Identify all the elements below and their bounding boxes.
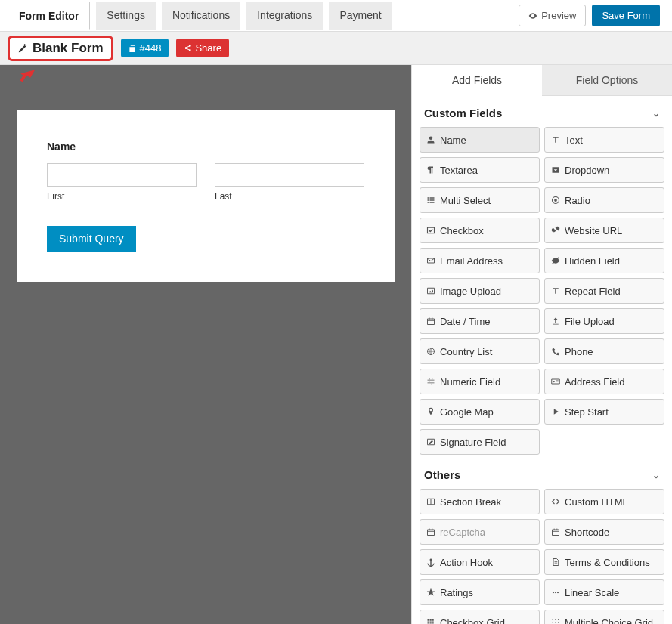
first-name-input[interactable]	[47, 163, 197, 187]
field-checkbox[interactable]: Checkbox	[420, 218, 540, 243]
field-options-tab[interactable]: Field Options	[542, 65, 672, 96]
code-icon	[551, 497, 560, 506]
tab-payment[interactable]: Payment	[329, 2, 392, 30]
right-panel: Add Fields Field Options Custom Fields⌄ …	[411, 65, 672, 624]
globe-icon	[426, 347, 435, 356]
field-address-field[interactable]: Address Field	[544, 369, 664, 394]
field-website-url[interactable]: Website URL	[544, 218, 664, 243]
pilcrow-icon	[426, 165, 435, 175]
main-area: Name First Last Submit Query Add Fields …	[0, 65, 672, 624]
svg-point-7	[553, 619, 554, 621]
field-hidden-field[interactable]: Hidden Field	[544, 248, 664, 273]
field-multiple-choice-grid[interactable]: Multiple Choice Grid	[544, 610, 664, 624]
right-panel-tabs: Add Fields Field Options	[412, 65, 672, 96]
form-id-badge[interactable]: #448	[121, 39, 169, 57]
last-name-sublabel: Last	[215, 191, 364, 202]
first-name-sublabel: First	[47, 191, 197, 202]
add-fields-tab[interactable]: Add Fields	[412, 65, 542, 96]
share-icon	[184, 44, 192, 52]
tab-settings[interactable]: Settings	[96, 2, 156, 30]
name-field-label: Name	[47, 141, 364, 153]
form-card: Name First Last Submit Query	[17, 110, 395, 282]
svg-point-4	[553, 592, 554, 593]
T-icon	[551, 135, 560, 144]
calendar-icon	[426, 527, 435, 536]
field-phone[interactable]: Phone	[544, 338, 664, 364]
others-fields-grid: Section BreakCustom HTMLreCaptchaShortco…	[412, 489, 672, 624]
svg-point-12	[558, 622, 559, 623]
field-terms-conditions[interactable]: Terms & Conditions	[544, 549, 664, 575]
preview-button[interactable]: Preview	[519, 5, 586, 26]
svg-point-11	[555, 622, 556, 623]
calendar-icon	[551, 527, 560, 536]
field-custom-html[interactable]: Custom HTML	[544, 489, 664, 514]
others-section-head[interactable]: Others⌄	[412, 458, 672, 489]
main-tabs: Form Editor Settings Notifications Integ…	[0, 2, 392, 30]
chevron-down-icon: ⌄	[652, 108, 660, 119]
eye-icon	[528, 11, 537, 20]
field-section-break[interactable]: Section Break	[420, 489, 540, 514]
field-step-start[interactable]: Step Start	[544, 399, 664, 425]
grid-m-icon	[551, 618, 560, 624]
svg-point-10	[553, 622, 554, 623]
svg-point-1	[554, 199, 557, 202]
list-icon	[426, 196, 435, 205]
topbar: Form Editor Settings Notifications Integ…	[0, 0, 672, 32]
field-ratings[interactable]: Ratings	[420, 579, 540, 605]
field-numeric-field[interactable]: Numeric Field	[420, 369, 540, 394]
doc-icon	[551, 558, 560, 567]
tab-integrations[interactable]: Integrations	[246, 2, 323, 30]
copy-icon	[129, 44, 137, 52]
field-multi-select[interactable]: Multi Select	[420, 187, 540, 213]
field-action-hook[interactable]: Action Hook	[420, 549, 540, 575]
save-form-button[interactable]: Save Form	[592, 5, 660, 26]
svg-point-9	[558, 619, 559, 621]
pen-square-icon	[426, 437, 435, 446]
custom-fields-grid: NameTextTextareaDropdownMulti SelectRadi…	[412, 127, 672, 458]
grid-icon	[426, 618, 435, 624]
play-icon	[551, 407, 560, 416]
eye-slash-icon	[551, 256, 560, 265]
field-email-address[interactable]: Email Address	[420, 248, 540, 273]
T-icon	[551, 286, 560, 295]
field-radio[interactable]: Radio	[544, 187, 664, 213]
star-icon	[426, 588, 435, 597]
field-repeat-field[interactable]: Repeat Field	[544, 278, 664, 304]
field-checkbox-grid[interactable]: Checkbox Grid	[420, 610, 540, 624]
field-shortcode[interactable]: Shortcode	[544, 519, 664, 545]
field-google-map[interactable]: Google Map	[420, 399, 540, 425]
last-name-input[interactable]	[215, 163, 364, 187]
hash-icon	[426, 377, 435, 386]
form-canvas[interactable]: Name First Last Submit Query	[0, 65, 411, 624]
phone-icon	[551, 347, 560, 356]
share-button[interactable]: Share	[176, 39, 229, 57]
field-country-list[interactable]: Country List	[420, 338, 540, 364]
field-recaptcha[interactable]: reCaptcha	[420, 519, 540, 545]
id-card-icon	[551, 377, 560, 386]
field-dropdown[interactable]: Dropdown	[544, 157, 664, 183]
image-up-icon	[426, 286, 435, 295]
chevron-down-icon: ⌄	[652, 470, 660, 480]
pin-icon	[426, 407, 435, 416]
calendar-icon	[426, 317, 435, 326]
field-text[interactable]: Text	[544, 127, 664, 153]
pencil-icon	[17, 43, 28, 54]
tab-notifications[interactable]: Notifications	[162, 2, 240, 30]
submit-button[interactable]: Submit Query	[47, 226, 136, 252]
person-icon	[426, 135, 435, 144]
field-linear-scale[interactable]: Linear Scale	[544, 579, 664, 605]
circle-dot-icon	[551, 196, 560, 205]
field-textarea[interactable]: Textarea	[420, 157, 540, 183]
form-name-edit[interactable]: Blank Form	[8, 36, 113, 61]
custom-fields-section-head[interactable]: Custom Fields⌄	[412, 96, 672, 127]
field-signature-field[interactable]: Signature Field	[420, 429, 540, 455]
field-name[interactable]: Name	[420, 127, 540, 153]
svg-point-8	[555, 619, 556, 621]
svg-point-3	[553, 381, 555, 382]
field-date-time[interactable]: Date / Time	[420, 308, 540, 334]
svg-point-6	[557, 592, 559, 593]
field-image-upload[interactable]: Image Upload	[420, 278, 540, 304]
tab-form-editor[interactable]: Form Editor	[8, 2, 90, 30]
envelope-icon	[426, 256, 435, 265]
field-file-upload[interactable]: File Upload	[544, 308, 664, 334]
